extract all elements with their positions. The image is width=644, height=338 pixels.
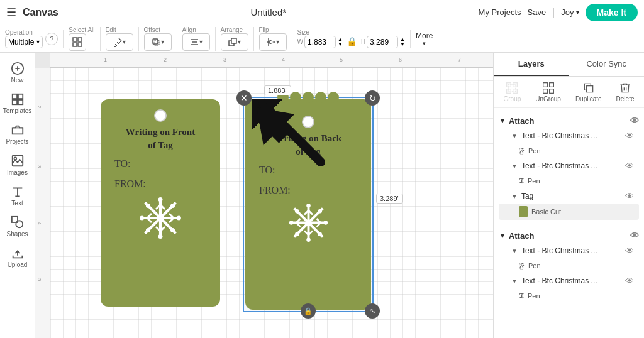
sidebar-templates-label: Templates xyxy=(3,107,32,114)
save-button[interactable]: Save xyxy=(528,8,547,17)
delete-button[interactable]: Delete xyxy=(616,82,635,102)
svg-rect-77 xyxy=(543,89,547,94)
tag2-to: TO: xyxy=(259,165,275,175)
sidebar-item-templates[interactable]: Templates xyxy=(2,89,33,118)
hamburger-icon[interactable]: ☰ xyxy=(6,6,16,19)
layer-pen-4-label: Pen xyxy=(528,292,540,300)
attach-label-2: Attach xyxy=(509,231,534,241)
rotate-handle[interactable]: ↻ xyxy=(365,90,380,106)
height-stepper[interactable]: ▲ ▼ xyxy=(400,37,405,47)
layer-text-bfc-4-eye[interactable]: 👁 xyxy=(625,276,634,286)
svg-rect-5 xyxy=(153,39,158,44)
ungroup-button[interactable]: UnGroup xyxy=(535,82,561,102)
attach-eye-1[interactable]: 👁 xyxy=(630,116,639,126)
tab-layers[interactable]: Layers xyxy=(494,53,569,76)
horizontal-ruler: 1 2 3 4 5 6 7 8 xyxy=(50,53,493,68)
arrange-button[interactable]: ▾ xyxy=(221,33,248,51)
svg-point-63 xyxy=(318,209,322,214)
sidebar-item-upload[interactable]: Upload xyxy=(2,243,33,272)
edit-label: Edit xyxy=(106,27,116,33)
svg-point-61 xyxy=(323,221,328,225)
sidebar-item-text[interactable]: Text xyxy=(2,181,33,210)
lock-icon[interactable]: 🔒 xyxy=(347,36,357,46)
tag1-container[interactable]: Writing on Front of Tag TO: FROM: xyxy=(101,99,220,307)
svg-rect-71 xyxy=(513,83,518,87)
tag-thumbnail xyxy=(519,206,528,217)
lock-selection-handle[interactable]: 🔒 xyxy=(301,303,316,319)
flip-label: Flip xyxy=(259,27,269,33)
width-input[interactable] xyxy=(304,36,336,48)
pen-icon-1: 𝔉 xyxy=(519,146,525,156)
height-input[interactable] xyxy=(367,36,398,48)
layer-basic-cut[interactable]: Basic Cut xyxy=(499,204,639,220)
svg-point-38 xyxy=(158,234,163,239)
layer-text-bfc-4[interactable]: ▼ Text - Bfc Christmas ... 👁 xyxy=(499,273,639,288)
tag2-shape: Writing on Back of Tag TO: FROM: xyxy=(245,99,371,310)
layer-text-bfc-3[interactable]: ▼ Text - Bfc Christmas ... 👁 xyxy=(499,243,639,258)
doc-title: Untitled* xyxy=(250,7,286,18)
sidebar-item-projects[interactable]: Projects xyxy=(2,119,33,149)
more-button[interactable]: More ▾ xyxy=(416,31,433,46)
layer-pen-2[interactable]: 𝕿 Pen xyxy=(499,173,639,188)
pen-icon-2: 𝕿 xyxy=(519,176,524,186)
layer-text-bfc-2-eye[interactable]: 👁 xyxy=(625,161,634,171)
select-all-group: Select All xyxy=(69,27,100,51)
layer-text-bfc-3-label: Text - Bfc Christmas ... xyxy=(521,246,597,255)
edit-button[interactable]: ▾ xyxy=(106,33,133,51)
align-group: Align ▾ xyxy=(182,27,216,51)
attach-header-1[interactable]: ▼ Attach 👁 xyxy=(499,113,639,128)
layer-tag-eye[interactable]: 👁 xyxy=(625,191,634,201)
canvas-area[interactable]: 1 2 3 4 5 6 7 8 2 3 4 5 xyxy=(35,53,493,338)
tag2-line2: of Tag xyxy=(296,146,321,156)
attach-eye-2[interactable]: 👁 xyxy=(630,231,639,241)
tag2-hole xyxy=(302,116,314,128)
arrange-label: Arrange xyxy=(221,27,243,33)
resize-handle[interactable]: ⤡ xyxy=(365,303,380,319)
svg-rect-75 xyxy=(543,83,547,87)
layer-divider-1 xyxy=(494,224,644,224)
layer-pen-1[interactable]: 𝔉 Pen xyxy=(499,143,639,158)
layer-pen-3-label: Pen xyxy=(528,262,541,270)
flip-button[interactable]: ▾ xyxy=(259,33,287,51)
canvas-content[interactable]: Writing on Front of Tag TO: FROM: xyxy=(50,68,493,338)
svg-point-44 xyxy=(170,228,175,232)
duplicate-button[interactable]: Duplicate xyxy=(575,82,602,102)
user-name[interactable]: Joy ▾ xyxy=(561,8,579,17)
layer-text-bfc-1-label: Text - Bfc Christmas ... xyxy=(521,131,597,140)
layer-text-bfc-2[interactable]: ▼ Text - Bfc Christmas ... 👁 xyxy=(499,158,639,173)
tag2-container[interactable]: Writing on Back of Tag TO: FROM: xyxy=(245,99,371,310)
layer-pen-4[interactable]: 𝕿 Pen xyxy=(499,288,639,303)
attach-header-2[interactable]: ▼ Attach 👁 xyxy=(499,228,639,243)
select-all-button[interactable] xyxy=(69,33,86,51)
panel-toolbar: Group UnGroup Duplicate Delete xyxy=(494,77,644,108)
layer-pen-3[interactable]: 𝔉 Pen xyxy=(499,258,639,273)
sidebar-item-images[interactable]: Images xyxy=(2,150,33,180)
sidebar-item-new[interactable]: New xyxy=(2,58,33,87)
svg-point-65 xyxy=(318,232,322,236)
width-stepper[interactable]: ▲ ▼ xyxy=(338,37,343,47)
chevron-down-icon: ▾ xyxy=(576,9,579,16)
layer-text-bfc-3-eye[interactable]: 👁 xyxy=(625,246,634,256)
svg-point-40 xyxy=(177,216,181,221)
help-button[interactable]: ? xyxy=(45,33,58,45)
layer-tag[interactable]: ▼ Tag 👁 xyxy=(499,188,639,204)
svg-point-41 xyxy=(146,204,150,208)
align-button[interactable]: ▾ xyxy=(182,33,210,51)
sidebar-item-shapes[interactable]: Shapes xyxy=(2,212,33,241)
my-projects-button[interactable]: My Projects xyxy=(479,8,521,17)
close-handle[interactable]: ✕ xyxy=(236,90,252,106)
svg-rect-78 xyxy=(549,89,553,94)
tag2-line1: Writing on Back xyxy=(275,133,341,143)
layer-text-bfc-1[interactable]: ▼ Text - Bfc Christmas ... 👁 xyxy=(499,128,639,143)
tab-color-sync[interactable]: Color Sync xyxy=(569,53,645,76)
layer-text-bfc-1-eye[interactable]: 👁 xyxy=(625,131,634,141)
group-button[interactable]: Group xyxy=(504,82,521,102)
edit-group: Edit ▾ xyxy=(106,27,139,51)
operation-select[interactable]: Multiple ▾ xyxy=(5,36,43,48)
svg-rect-3 xyxy=(78,43,82,46)
layer-pen-2-label: Pen xyxy=(528,177,540,185)
svg-point-64 xyxy=(295,232,299,236)
make-it-button[interactable]: Make It xyxy=(586,4,638,21)
vertical-ruler: 2 3 4 5 xyxy=(35,68,50,338)
offset-button[interactable]: ▾ xyxy=(144,33,172,51)
